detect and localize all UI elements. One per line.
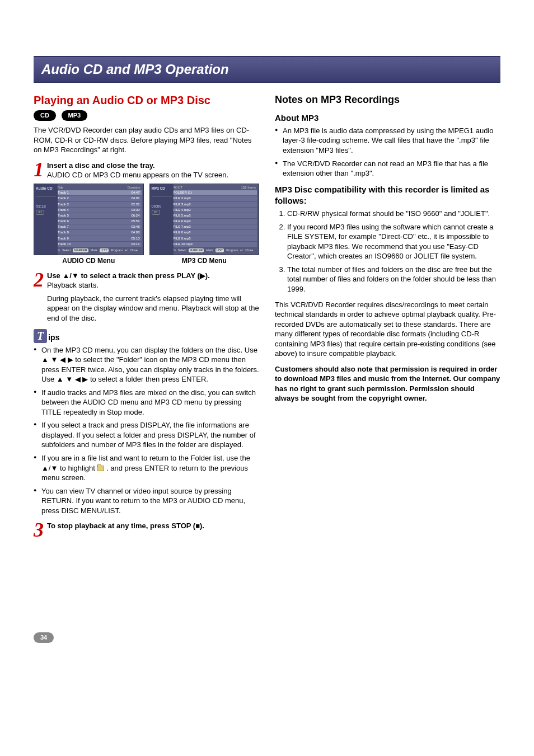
table-row: Track 905:10: [56, 236, 142, 241]
compat-item: The total number of files and folders on…: [287, 265, 500, 294]
folder-icon: [97, 466, 104, 471]
caption-mp3-cd: MP3 CD Menu: [149, 256, 260, 265]
table-row: Track 804:03: [56, 230, 142, 235]
step-1: 1 Insert a disc and close the tray. AUDI…: [34, 161, 259, 180]
table-row: FILE 2.mp3: [172, 196, 257, 201]
audio-cd-menu: Audio CD 53:18 X1 Title Duration Track 1…: [34, 184, 144, 255]
mp3-root: ROOT: [173, 186, 182, 190]
about-mp3-list: An MP3 file is audio data compressed by …: [275, 126, 500, 179]
menu-captions: AUDIO CD Menu MP3 CD Menu: [34, 256, 259, 265]
table-row: FILE 3.mp3: [172, 202, 257, 207]
mp3-side-label: MP3 CD: [152, 186, 172, 191]
tip-item: If you are in a file list and want to re…: [34, 453, 259, 483]
table-row: FILE 7.mp3: [172, 224, 257, 229]
mp3-side-x: X1: [152, 210, 160, 215]
pill-cd: CD: [34, 110, 56, 121]
tip-item: If audio tracks and MP3 files are mixed …: [34, 388, 259, 417]
step-1-body: AUDIO CD or MP3 CD menu appears on the T…: [47, 171, 228, 179]
format-pills: CD MP3: [34, 110, 259, 121]
table-row: FILE 10.mp3: [172, 242, 257, 247]
audio-side-label: Audio CD: [36, 186, 56, 191]
tips-label: ips: [48, 332, 59, 343]
table-row: FILE 5.mp3: [172, 213, 257, 218]
intro-paragraph: The VCR/DVD Recorder can play audio CDs …: [34, 125, 259, 155]
table-row: Track 403:30: [56, 208, 142, 213]
audio-side-time: 53:18: [36, 204, 56, 209]
table-row: FILE 4.mp3: [172, 208, 257, 213]
table-row: FOLDER (1): [172, 190, 257, 195]
table-row: Track 104:47: [56, 190, 142, 195]
permission-paragraph: Customers should also note that permissi…: [275, 364, 500, 403]
step-2-lead: Use ▲/▼ to select a track then press PLA…: [47, 271, 210, 280]
table-row: Track 605:51: [56, 219, 142, 224]
about-item: An MP3 file is audio data compressed by …: [275, 126, 500, 156]
page-number-container: 34: [34, 632, 500, 643]
tip-item: You can view TV channel or video input s…: [34, 486, 259, 516]
chapter-title-bar: Audio CD and MP3 Operation: [34, 56, 500, 83]
mp3-side-time: 00:00: [152, 204, 172, 209]
right-heading: Notes on MP3 Recordings: [275, 93, 500, 106]
audio-col-title: Title: [57, 186, 63, 190]
mp3-items: 152 Items: [241, 186, 256, 190]
audio-side-x: X1: [36, 210, 44, 215]
chapter-title: Audio CD and MP3 Operation: [41, 62, 229, 77]
step-3: 3 To stop playback at any time, press ST…: [34, 521, 259, 539]
table-row: FILE 9.mp3: [172, 236, 257, 241]
menu-screenshots: Audio CD 53:18 X1 Title Duration Track 1…: [34, 184, 259, 255]
tips-heading: T ips: [34, 329, 259, 343]
left-column: Playing an Audio CD or MP3 Disc CD MP3 T…: [34, 93, 259, 542]
step-1-lead: Insert a disc and close the tray.: [47, 161, 155, 170]
tip-item: On the MP3 CD menu, you can display the …: [34, 345, 259, 384]
compatibility-heading: MP3 Disc compatibility with this recorde…: [275, 184, 500, 207]
page-number: 34: [34, 632, 54, 643]
tip-item: If you select a track and press DISPLAY,…: [34, 420, 259, 450]
caption-audio-cd: AUDIO CD Menu: [34, 256, 144, 265]
left-heading: Playing an Audio CD or MP3 Disc: [34, 93, 259, 108]
compat-item: CD-R/RW physical format should be "ISO 9…: [287, 209, 500, 219]
table-row: FILE 6.mp3: [172, 219, 257, 224]
table-row: Track 703:48: [56, 224, 142, 229]
tips-list: On the MP3 CD menu, you can display the …: [34, 345, 259, 516]
step-1-number: 1: [34, 161, 44, 179]
right-column: Notes on MP3 Recordings About MP3 An MP3…: [275, 93, 500, 542]
step-2-body: Playback starts.: [47, 281, 99, 289]
tips-t-icon: T: [34, 329, 47, 343]
table-row: Track 204:01: [56, 196, 142, 201]
standards-paragraph: This VCR/DVD Recorder requires discs/rec…: [275, 300, 500, 359]
about-item: The VCR/DVD Recorder can not read an MP3…: [275, 159, 500, 179]
table-row: FILE 8.mp3: [172, 230, 257, 235]
compatibility-list: CD-R/RW physical format should be "ISO 9…: [275, 209, 500, 294]
step-2: 2 Use ▲/▼ to select a track then press P…: [34, 271, 259, 290]
step-2-extra: During playback, the current track's ela…: [47, 294, 259, 323]
table-row: Track 1004:11: [56, 242, 142, 247]
step-3-number: 3: [34, 521, 44, 539]
about-mp3-heading: About MP3: [275, 112, 500, 124]
audio-col-duration: Duration: [128, 186, 140, 190]
table-row: Track 302:31: [56, 202, 142, 207]
compat-item: If you record MP3 files using the softwa…: [287, 222, 500, 261]
table-row: Track 506:24: [56, 213, 142, 218]
step-2-number: 2: [34, 271, 44, 289]
step-3-lead: To stop playback at any time, press STOP…: [47, 522, 204, 530]
mp3-cd-menu: MP3 CD 00:00 X1 ROOT 152 Items FOLDER (1…: [149, 184, 260, 255]
pill-mp3: MP3: [62, 110, 88, 121]
